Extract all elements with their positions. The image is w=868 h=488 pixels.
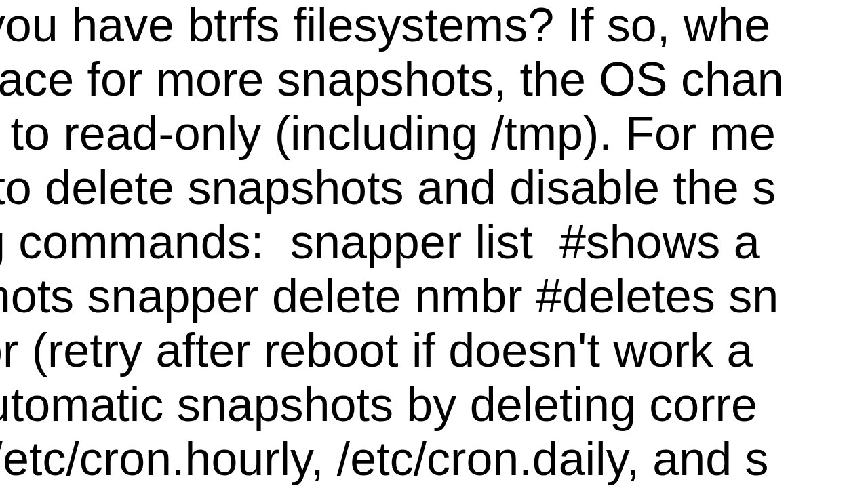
cropped-document-text: : Do you have btrfs filesystems? If so, … xyxy=(0,0,784,486)
